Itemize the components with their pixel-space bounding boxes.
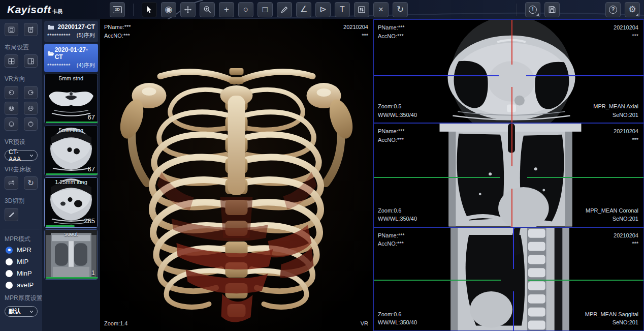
cobb-angle-tool-button[interactable]: ⊳ xyxy=(315,2,331,17)
face-front-glasses-icon xyxy=(8,104,15,112)
help-icon: ? xyxy=(609,6,617,14)
zoom-tool-button[interactable] xyxy=(200,2,215,17)
mpr-mode-radio-mpr[interactable]: MPR xyxy=(6,246,38,254)
pan-tool-button[interactable] xyxy=(180,2,196,17)
layout-grid-2x2-button[interactable] xyxy=(5,54,18,68)
remove-bed-button[interactable] xyxy=(5,176,18,190)
radio-icon xyxy=(6,258,13,265)
text-tool-button[interactable]: T xyxy=(335,2,350,17)
cursor-tool-button[interactable] xyxy=(142,2,157,17)
cursor-icon xyxy=(145,6,153,14)
vr-direction-head-button[interactable] xyxy=(5,117,18,131)
window-level-tool-button[interactable]: ◉ xyxy=(161,2,176,17)
study-item-1[interactable]: 20200127-CT ********** (5)序列 xyxy=(44,21,98,42)
mpr-mode-radio-mip[interactable]: MIP xyxy=(6,258,38,265)
mpr-overlay-study: 20210204 *** xyxy=(614,23,638,40)
series-thumbnail-scout[interactable]: scout 1 xyxy=(44,229,98,280)
mpr-sagittal-viewport[interactable]: PName:*** AccNO:*** 20210204 *** Zoom:0.… xyxy=(373,227,644,331)
vr-direction-right-button[interactable] xyxy=(24,86,38,99)
save-tool-button[interactable] xyxy=(544,2,560,17)
crosshair-vertical-red[interactable] xyxy=(511,20,512,65)
mpr-mode-radio-aveip[interactable]: aveIP xyxy=(6,281,38,289)
angle-tool-button[interactable]: ∠ xyxy=(296,2,311,17)
crosshair-vertical-red[interactable] xyxy=(511,189,512,227)
ellipse-roi-tool-button[interactable]: ○ xyxy=(238,2,253,17)
adjust-tool-button[interactable] xyxy=(354,2,369,17)
crosshair-horizontal-green[interactable] xyxy=(528,280,644,281)
mpr-thickness-dropdown[interactable]: 默认 xyxy=(5,306,38,317)
study-patient-masked: ********** xyxy=(47,33,71,39)
layout-split-button[interactable] xyxy=(24,54,38,68)
ellipse-roi-icon: ○ xyxy=(243,5,248,14)
crosshair-horizontal-green[interactable] xyxy=(527,177,644,178)
radio-label: aveIP xyxy=(17,281,34,289)
reset-tool-button[interactable]: ↻ xyxy=(393,2,408,17)
radio-icon xyxy=(6,282,13,289)
zoom-value: Zoom:0.5 xyxy=(378,102,417,111)
mpr-axial-viewport[interactable]: PName:*** AccNO:*** 20210204 *** Zoom:0.… xyxy=(373,19,644,123)
mpr-viewports-column: PName:*** AccNO:*** 20210204 *** Zoom:0.… xyxy=(373,19,644,331)
study-date: 20210204 xyxy=(343,23,368,32)
crosshair-vertical-red[interactable] xyxy=(511,87,512,123)
crosshair-vertical-blue[interactable] xyxy=(513,228,514,269)
head-bottom-icon xyxy=(27,120,34,128)
crosshair-horizontal-green[interactable] xyxy=(374,280,501,281)
vr-overlay-zoom: Zoom:1.4 xyxy=(104,319,127,328)
layout-single-button[interactable] xyxy=(5,23,18,36)
crosshair-horizontal-green[interactable] xyxy=(374,177,500,178)
study-item-2-selected[interactable]: 2020-01-27-CT ********** (4)序列 xyxy=(44,44,98,72)
delete-tool-button[interactable]: × xyxy=(373,2,389,17)
mpr-overlay-patient: PName:*** AccNO:*** xyxy=(378,231,405,248)
face-front-icon xyxy=(27,104,34,112)
cut3d-knife-button[interactable] xyxy=(5,208,18,221)
gear-icon: ⚙ xyxy=(628,5,636,14)
series-list-panel: 20200127-CT ********** (5)序列 2020-01-27-… xyxy=(42,19,100,331)
layout-2d-tool-button[interactable]: 2D xyxy=(110,2,125,17)
vr-3d-viewport[interactable]: PName:*** AccNO:*** 20210204 *** Zoom:1.… xyxy=(100,19,373,331)
app-logo: Kayisoft 卡易 xyxy=(0,4,94,16)
mpr-coronal-viewport[interactable]: PName:*** AccNO:*** 20210204 *** Zoom:0.… xyxy=(373,123,644,227)
vr-preset-dropdown[interactable]: CT-AAA xyxy=(5,150,38,161)
study-date: 20210204 xyxy=(614,127,638,136)
crosshair-horizontal-blue[interactable] xyxy=(374,75,499,76)
vr-direction-left-button[interactable] xyxy=(5,86,18,99)
wwwl-value: WW/WL:350/40 xyxy=(378,111,417,119)
crosshair-vertical-blue[interactable] xyxy=(513,291,514,331)
info-tool-button[interactable]: ! xyxy=(525,2,540,17)
mpr-overlay-zoom: Zoom:0.5 WW/WL:350/40 xyxy=(378,102,417,119)
crosshair-vertical-red[interactable] xyxy=(511,124,512,166)
vr-direction-posterior-button[interactable] xyxy=(24,102,38,115)
delete-icon: × xyxy=(378,5,383,14)
series-thumbnail-5mm-lung[interactable]: 5mm lung 67 xyxy=(44,126,98,176)
vr-overlay-mode: VR xyxy=(361,319,368,328)
mpr-mode-radio-minp[interactable]: MinP xyxy=(6,269,38,277)
mpr-mode-section-label: MPR模式 xyxy=(5,235,38,244)
chevron-down-icon xyxy=(29,154,34,158)
accno: AccNO:*** xyxy=(378,136,405,144)
series-thumbnail-5mm-stnd[interactable]: 5mm stnd 67 xyxy=(44,74,98,124)
report-button[interactable] xyxy=(24,23,38,36)
bed-remove-icon xyxy=(8,179,15,187)
mpr-overlay-study: 20210204 *** xyxy=(614,231,638,248)
radio-icon xyxy=(6,270,13,277)
settings-tool-button[interactable]: ⚙ xyxy=(625,2,640,17)
vr-reset-button[interactable]: ↻ xyxy=(24,176,38,190)
folder-closed-icon xyxy=(47,24,54,30)
thumbnail-label: 1.25mm lung xyxy=(45,179,98,185)
layout-2d-icon: 2D xyxy=(113,6,122,13)
rect-roi-tool-button[interactable]: □ xyxy=(257,2,273,17)
sidebar-divider xyxy=(3,229,40,229)
help-tool-button[interactable]: ? xyxy=(605,2,621,17)
vr-direction-anterior-button[interactable] xyxy=(5,102,18,115)
grid-2x2-icon xyxy=(8,57,15,65)
study-title: 20200127-CT xyxy=(58,23,95,31)
cut3d-section-label: 3D切割 xyxy=(5,197,38,205)
draw-tool-button[interactable] xyxy=(277,2,292,17)
crosshair-horizontal-blue[interactable] xyxy=(526,75,644,76)
thumbnail-progress-bar xyxy=(46,122,98,123)
reset-rotate-icon: ↻ xyxy=(397,5,404,14)
acc-mask: *** xyxy=(614,32,638,41)
vr-direction-foot-button[interactable] xyxy=(24,117,38,131)
crosshair-tool-button[interactable]: + xyxy=(219,2,234,17)
series-thumbnail-125mm-lung[interactable]: 1.25mm lung 265 xyxy=(44,177,98,228)
